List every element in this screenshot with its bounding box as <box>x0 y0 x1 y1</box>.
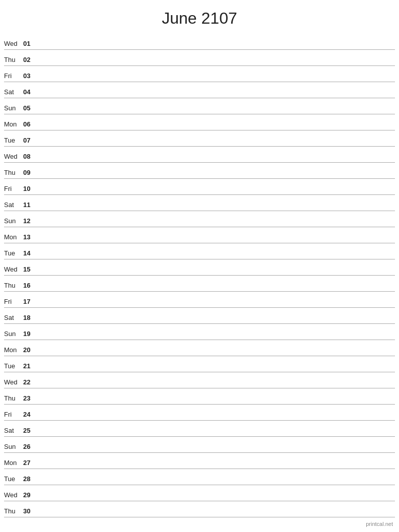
day-number: 20 <box>23 346 37 354</box>
day-name: Sat <box>4 88 23 96</box>
day-number: 26 <box>23 443 37 450</box>
day-name: Sat <box>4 314 23 321</box>
day-name: Mon <box>4 459 23 467</box>
day-name: Wed <box>4 378 23 386</box>
day-number: 24 <box>23 411 37 418</box>
calendar-row: Tue14 <box>4 243 395 259</box>
calendar-row: Mon27 <box>4 453 395 469</box>
day-number: 18 <box>23 314 37 321</box>
day-name: Sun <box>4 104 23 112</box>
day-number: 01 <box>23 40 37 47</box>
calendar-row: Thu09 <box>4 163 395 179</box>
day-name: Thu <box>4 169 23 176</box>
day-name: Sun <box>4 330 23 338</box>
day-name: Fri <box>4 185 23 192</box>
day-name: Sun <box>4 217 23 225</box>
day-name: Tue <box>4 137 23 144</box>
watermark: printcal.net <box>366 521 393 527</box>
calendar-row: Thu02 <box>4 50 395 66</box>
day-name: Mon <box>4 120 23 128</box>
day-number: 23 <box>23 394 37 402</box>
day-number: 22 <box>23 378 37 386</box>
day-number: 05 <box>23 104 37 112</box>
day-name: Thu <box>4 394 23 402</box>
day-number: 13 <box>23 233 37 241</box>
day-number: 12 <box>23 217 37 225</box>
day-number: 25 <box>23 427 37 434</box>
calendar-row: Sat11 <box>4 195 395 211</box>
day-name: Thu <box>4 56 23 63</box>
day-number: 04 <box>23 88 37 96</box>
day-number: 29 <box>23 491 37 499</box>
day-name: Mon <box>4 346 23 354</box>
day-number: 02 <box>23 56 37 63</box>
calendar-row: Sun26 <box>4 437 395 453</box>
calendar-row: Sun12 <box>4 211 395 227</box>
calendar-row: Fri17 <box>4 292 395 308</box>
calendar-row: Fri03 <box>4 66 395 82</box>
calendar-row: Thu23 <box>4 388 395 405</box>
day-name: Sun <box>4 443 23 450</box>
day-number: 03 <box>23 72 37 80</box>
calendar-row: Fri10 <box>4 179 395 195</box>
calendar-row: Sun05 <box>4 98 395 114</box>
day-number: 16 <box>23 282 37 289</box>
calendar-row: Mon13 <box>4 227 395 243</box>
day-number: 15 <box>23 265 37 273</box>
day-name: Fri <box>4 411 23 418</box>
day-name: Sat <box>4 201 23 209</box>
calendar-row: Tue28 <box>4 469 395 485</box>
day-number: 14 <box>23 249 37 257</box>
day-number: 28 <box>23 475 37 483</box>
day-name: Wed <box>4 153 23 160</box>
calendar-row: Wed15 <box>4 259 395 276</box>
day-name: Tue <box>4 475 23 483</box>
day-number: 21 <box>23 362 37 370</box>
day-number: 17 <box>23 298 37 305</box>
calendar-row: Fri24 <box>4 405 395 421</box>
day-name: Thu <box>4 282 23 289</box>
calendar-grid: Wed01Thu02Fri03Sat04Sun05Mon06Tue07Wed08… <box>0 34 399 517</box>
calendar-row: Thu16 <box>4 276 395 292</box>
day-name: Mon <box>4 233 23 241</box>
day-name: Fri <box>4 72 23 80</box>
calendar-row: Wed29 <box>4 485 395 501</box>
day-number: 09 <box>23 169 37 176</box>
day-name: Wed <box>4 491 23 499</box>
calendar-row: Sat04 <box>4 82 395 98</box>
page-title: June 2107 <box>0 0 399 34</box>
day-number: 19 <box>23 330 37 338</box>
day-name: Wed <box>4 265 23 273</box>
calendar-row: Sat18 <box>4 308 395 324</box>
day-name: Tue <box>4 249 23 257</box>
calendar-row: Tue21 <box>4 356 395 372</box>
day-number: 07 <box>23 137 37 144</box>
calendar-row: Sat25 <box>4 421 395 437</box>
day-number: 11 <box>23 201 37 209</box>
calendar-row: Sun19 <box>4 324 395 340</box>
day-number: 06 <box>23 120 37 128</box>
calendar-row: Mon20 <box>4 340 395 356</box>
calendar-row: Wed22 <box>4 372 395 388</box>
calendar-row: Tue07 <box>4 130 395 147</box>
day-name: Thu <box>4 507 23 515</box>
calendar-row: Wed01 <box>4 34 395 50</box>
day-number: 30 <box>23 507 37 515</box>
calendar-row: Mon06 <box>4 114 395 130</box>
calendar-row: Wed08 <box>4 147 395 163</box>
day-name: Fri <box>4 298 23 305</box>
day-number: 08 <box>23 153 37 160</box>
day-name: Wed <box>4 40 23 47</box>
day-name: Sat <box>4 427 23 434</box>
day-number: 10 <box>23 185 37 192</box>
day-number: 27 <box>23 459 37 467</box>
calendar-row: Thu30 <box>4 501 395 517</box>
day-name: Tue <box>4 362 23 370</box>
